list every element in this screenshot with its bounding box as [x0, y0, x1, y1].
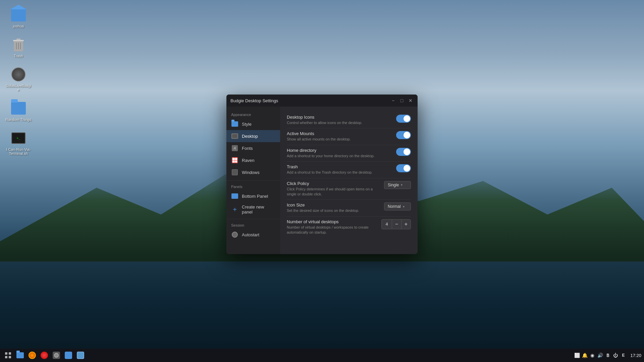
desktop: joshua Trash SolusLiveBudgie [0, 0, 644, 362]
dialog-titlebar: Budgie Desktop Settings − □ ✕ [226, 95, 418, 107]
toggle-active-mounts[interactable] [396, 131, 411, 139]
taskbar-app6[interactable] [63, 350, 74, 361]
sidebar-item-windows[interactable]: Windows [226, 166, 280, 178]
tray-notification-icon[interactable]: 🔔 [582, 352, 588, 358]
main-content: Desktop Icons Control whether to allow i… [280, 107, 418, 254]
toggle-home-dir[interactable] [396, 148, 411, 156]
setting-control-desktop-icons[interactable] [396, 115, 411, 123]
budgie-settings-dialog: Budgie Desktop Settings − □ ✕ Appearance [226, 95, 418, 254]
tray-bluetooth-icon[interactable]: B [605, 352, 611, 358]
window-controls: − □ ✕ [390, 98, 414, 104]
minimize-button[interactable]: − [390, 98, 396, 104]
svg-rect-7 [9, 352, 11, 355]
taskbar-app4[interactable] [39, 350, 50, 361]
sidebar-item-create-panel[interactable]: + Create new panel [226, 202, 280, 217]
raven-icon [231, 157, 238, 164]
setting-desc-click-policy: Click Policy determines if we should ope… [287, 187, 379, 197]
taskbar-apps-grid[interactable] [3, 350, 13, 361]
setting-control-icon-size[interactable]: Normal ▾ [384, 202, 411, 210]
stepper-increment-button[interactable]: + [401, 220, 411, 229]
setting-control-virtual-desktops[interactable]: 4 − + [381, 219, 411, 229]
sidebar-item-fonts[interactable]: A Fonts [226, 142, 280, 154]
autostart-icon [231, 231, 238, 238]
sidebar-panels-label: Panels [226, 183, 280, 190]
sidebar-item-bottom-panel-label: Bottom Panel [242, 194, 268, 199]
taskbar-app5[interactable] [51, 350, 62, 361]
bottom-panel-icon [231, 192, 238, 200]
sidebar-appearance-label: Appearance [226, 111, 280, 118]
setting-title-home-dir: Home directory [287, 148, 391, 153]
setting-title-click-policy: Click Policy [287, 181, 379, 186]
sidebar-item-style-label: Style [242, 122, 252, 127]
sidebar-session-label: Session [226, 221, 280, 229]
tray-power-icon[interactable]: ⏻ [612, 352, 619, 358]
dialog-body: Appearance Style Desktop [226, 107, 418, 254]
setting-info-icon-size: Icon Size Set the desired size of icons … [287, 202, 379, 213]
setting-control-click-policy[interactable]: Single ▾ [384, 181, 411, 189]
clock: 17:20 [630, 353, 641, 358]
tray-windows-icon[interactable]: ⬜ [574, 352, 580, 358]
setting-title-active-mounts: Active Mounts [287, 131, 391, 136]
setting-row-home-dir: Home directory Add a shortcut to your ho… [287, 145, 411, 162]
taskbar-files[interactable] [15, 350, 25, 361]
chevron-down-icon-2: ▾ [403, 205, 405, 208]
setting-info-desktop-icons: Desktop Icons Control whether to allow i… [287, 115, 391, 125]
setting-row-trash: Trash Add a shortcut to the Trash direct… [287, 162, 411, 178]
setting-info-virtual-desktops: Number of virtual desktops Number of vir… [287, 219, 376, 235]
dialog-title: Budgie Desktop Settings [230, 98, 278, 103]
style-icon [231, 120, 238, 128]
setting-row-icon-size: Icon Size Set the desired size of icons … [287, 200, 411, 216]
setting-desc-icon-size: Set the desired size of icons on the des… [287, 208, 379, 213]
svg-rect-9 [9, 356, 11, 358]
windows-icon [231, 169, 238, 176]
toggle-desktop-icons[interactable] [396, 115, 411, 123]
dropdown-click-policy-value: Single [388, 183, 399, 187]
setting-desc-virtual-desktops: Number of virtual desktops / workspaces … [287, 225, 376, 235]
sidebar: Appearance Style Desktop [226, 107, 280, 254]
sidebar-item-desktop[interactable]: Desktop [226, 130, 280, 142]
dropdown-icon-size[interactable]: Normal ▾ [384, 202, 411, 210]
setting-control-active-mounts[interactable] [396, 131, 411, 139]
sidebar-item-autostart[interactable]: Autostart [226, 229, 280, 241]
dropdown-click-policy[interactable]: Single ▾ [384, 181, 411, 189]
fonts-icon: A [231, 144, 238, 152]
close-button[interactable]: ✕ [408, 98, 414, 104]
taskbar-firefox[interactable] [27, 350, 38, 361]
setting-row-active-mounts: Active Mounts Show all active mounts on … [287, 128, 411, 145]
sidebar-item-bottom-panel[interactable]: Bottom Panel [226, 190, 280, 202]
stepper-decrement-button[interactable]: − [392, 220, 401, 229]
sidebar-item-raven[interactable]: Raven [226, 154, 280, 166]
setting-desc-desktop-icons: Control whether to allow icons on the de… [287, 120, 391, 125]
svg-rect-8 [5, 356, 7, 358]
sidebar-item-desktop-label: Desktop [242, 134, 258, 139]
taskbar: ⬜ 🔔 ◉ 🔊 B ⏻ E 17:20 [0, 349, 644, 362]
dropdown-icon-size-value: Normal [388, 204, 401, 209]
taskbar-left [3, 350, 86, 361]
setting-control-trash[interactable] [396, 164, 411, 172]
toggle-trash[interactable] [396, 164, 411, 172]
setting-title-icon-size: Icon Size [287, 202, 379, 207]
taskbar-right: ⬜ 🔔 ◉ 🔊 B ⏻ E 17:20 [574, 352, 641, 358]
setting-control-home-dir[interactable] [396, 148, 411, 156]
setting-info-trash: Trash Add a shortcut to the Trash direct… [287, 164, 391, 175]
setting-desc-trash: Add a shortcut to the Trash directory on… [287, 170, 391, 175]
stepper-value-virtual-desktops: 4 [382, 220, 392, 228]
setting-desc-home-dir: Add a shortcut to your home directory on… [287, 154, 391, 159]
sidebar-item-autostart-label: Autostart [242, 232, 259, 237]
dialog-overlay: Budgie Desktop Settings − □ ✕ Appearance [0, 0, 644, 349]
setting-row-desktop-icons: Desktop Icons Control whether to allow i… [287, 112, 411, 128]
tray-volume-icon[interactable]: 🔊 [597, 352, 603, 358]
maximize-button[interactable]: □ [399, 98, 405, 104]
tray-keyboard-icon[interactable]: E [620, 352, 626, 358]
tray-app-icon[interactable]: ◉ [589, 352, 595, 358]
sidebar-item-create-panel-label: Create new panel [242, 204, 275, 215]
setting-title-trash: Trash [287, 164, 391, 169]
sidebar-item-style[interactable]: Style [226, 118, 280, 130]
setting-title-virtual-desktops: Number of virtual desktops [287, 219, 376, 224]
setting-row-virtual-desktops: Number of virtual desktops Number of vir… [287, 217, 411, 238]
setting-desc-active-mounts: Show all active mounts on the desktop. [287, 137, 391, 142]
stepper-virtual-desktops: 4 − + [381, 219, 411, 229]
taskbar-app7[interactable] [75, 350, 86, 361]
svg-rect-6 [5, 352, 7, 355]
setting-info-active-mounts: Active Mounts Show all active mounts on … [287, 131, 391, 142]
